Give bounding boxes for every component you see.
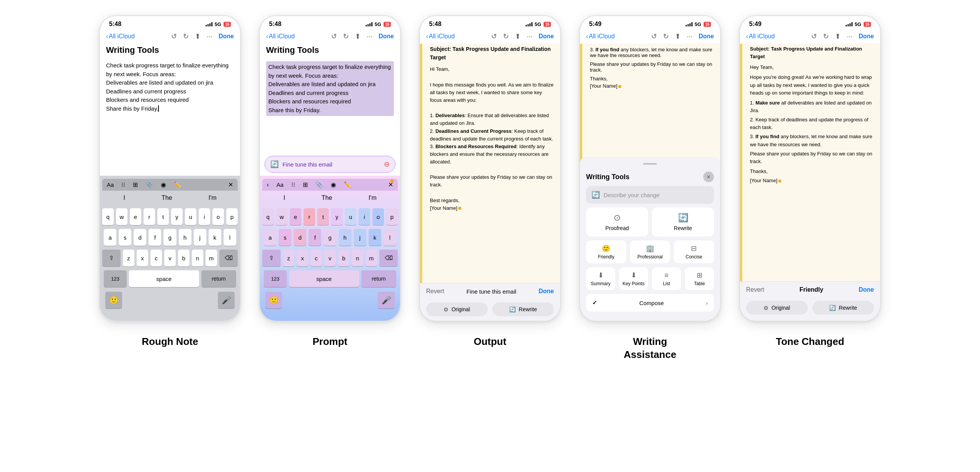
nav-back-label-5[interactable]: All iCloud (749, 33, 775, 40)
share-icon-3[interactable]: ⬆ (515, 32, 521, 41)
key-space[interactable]: space (129, 270, 199, 287)
nav-done-4[interactable]: Done (699, 33, 714, 40)
key-x[interactable]: x (137, 250, 148, 266)
redo-icon-1[interactable]: ↻ (183, 32, 189, 41)
share-icon-1[interactable]: ⬆ (195, 32, 201, 41)
share-icon-4[interactable]: ⬆ (675, 32, 681, 41)
table-icon[interactable]: ⊞ (133, 181, 138, 188)
gkey-s[interactable]: s (279, 229, 291, 246)
key-return[interactable]: return (201, 270, 236, 287)
undo-icon-1[interactable]: ↺ (171, 32, 177, 41)
gkey-q[interactable]: q (262, 208, 274, 225)
nav-back-label-4[interactable]: All iCloud (589, 33, 615, 40)
emoji-key-1[interactable]: 🙂 (105, 292, 122, 309)
gkey-m[interactable]: m (366, 250, 377, 266)
rewrite-btn-4[interactable]: 🔄 Rewrite (652, 207, 714, 237)
close-keyboard-icon[interactable]: ✕ (228, 181, 233, 188)
gkey-r[interactable]: r (304, 208, 315, 225)
gkey-f[interactable]: f (309, 229, 321, 246)
nav-done-2[interactable]: Done (379, 33, 394, 40)
nav-back-label-3[interactable]: All iCloud (429, 33, 455, 40)
gkey-v[interactable]: v (324, 250, 336, 266)
gkey-n[interactable]: n (352, 250, 363, 266)
suggest-g2[interactable]: The (317, 193, 337, 203)
gkey-d[interactable]: d (294, 229, 306, 246)
gkey-j[interactable]: j (354, 229, 366, 246)
more-icon-3[interactable]: ··· (527, 33, 532, 41)
pen-icon-2[interactable]: ✏️ (344, 181, 351, 188)
key-o[interactable]: o (212, 208, 224, 225)
more-icon-4[interactable]: ··· (687, 33, 693, 41)
mic-key-1[interactable]: 🎤 (218, 292, 235, 309)
key-points-btn-4[interactable]: ⬇ Key Points (619, 267, 648, 290)
gkey-h[interactable]: h (339, 229, 351, 246)
suggest-g1[interactable]: I (279, 193, 290, 203)
gkey-return[interactable]: return (361, 270, 396, 287)
nav-done-3[interactable]: Done (539, 33, 554, 40)
table-btn-4[interactable]: ⊞ Table (685, 267, 714, 290)
gkey-o[interactable]: o (372, 208, 384, 225)
gkey-space[interactable]: space (289, 270, 359, 287)
revert-btn-3[interactable]: Revert (426, 288, 444, 295)
undo-icon-2[interactable]: ↺ (331, 32, 337, 41)
gkey-z[interactable]: z (283, 250, 294, 266)
suggest-1[interactable]: I (119, 193, 130, 203)
key-m[interactable]: m (206, 250, 217, 266)
gkey-w[interactable]: w (276, 208, 287, 225)
gkey-g[interactable]: g (323, 229, 336, 246)
share-icon-5[interactable]: ⬆ (835, 32, 841, 41)
key-g[interactable]: g (163, 229, 176, 246)
gkey-i[interactable]: i (359, 208, 370, 225)
prompt-clear-2[interactable]: ⊖ (384, 160, 390, 168)
font-icon-2[interactable]: Aa (276, 181, 283, 188)
original-btn-5[interactable]: ⊙ Original (746, 301, 808, 315)
gkey-p[interactable]: p (386, 208, 398, 225)
key-n[interactable]: n (192, 250, 203, 266)
key-i[interactable]: i (199, 208, 210, 225)
gkey-t[interactable]: t (317, 208, 329, 225)
key-l[interactable]: l (224, 229, 236, 246)
nav-back-3[interactable]: ‹ All iCloud (426, 33, 455, 40)
prompt-bar-2[interactable]: 🔄 Fine tune this email ⊖ (265, 156, 395, 173)
gkey-l[interactable]: l (384, 229, 396, 246)
nav-done-5[interactable]: Done (859, 33, 874, 40)
nav-back-5[interactable]: ‹ All iCloud (746, 33, 775, 40)
concise-btn-4[interactable]: ⊟ Concise (674, 240, 714, 263)
redo-icon-5[interactable]: ↻ (823, 32, 829, 41)
key-j[interactable]: j (194, 229, 206, 246)
key-r[interactable]: r (144, 208, 155, 225)
done-btn-5[interactable]: Done (859, 286, 874, 293)
nav-back-label-2[interactable]: All iCloud (269, 33, 295, 40)
redo-icon-4[interactable]: ↻ (663, 32, 669, 41)
rewrite-btn-3[interactable]: 🔄 Rewrite (492, 302, 554, 316)
attach-icon[interactable]: 📎 (145, 181, 153, 188)
undo-icon-5[interactable]: ↺ (811, 32, 817, 41)
gkey-backspace[interactable]: ⌫ (379, 250, 398, 266)
key-k[interactable]: k (209, 229, 221, 246)
key-q[interactable]: q (102, 208, 114, 225)
key-123[interactable]: 123 (104, 270, 127, 287)
gkey-a[interactable]: a (264, 229, 276, 246)
describe-input-4[interactable]: 🔄 Describe your change (586, 186, 714, 204)
proofread-btn-4[interactable]: ⊙ Proofread (586, 207, 648, 237)
gkey-shift[interactable]: ⇧ (262, 250, 281, 266)
panel-close-4[interactable]: ✕ (703, 171, 714, 182)
table-icon-2[interactable]: ⊞ (303, 181, 308, 188)
circle-icon[interactable]: ◉ (161, 181, 166, 188)
key-backspace[interactable]: ⌫ (219, 250, 238, 266)
share-icon-2[interactable]: ⬆ (355, 32, 361, 41)
undo-icon-3[interactable]: ↺ (491, 32, 497, 41)
format-icon[interactable]: ⁝⁝ (121, 181, 125, 188)
list-btn-4[interactable]: ≡ List (652, 267, 681, 290)
key-f[interactable]: f (149, 229, 161, 246)
key-u[interactable]: u (185, 208, 196, 225)
original-btn-3[interactable]: ⊙ Original (426, 302, 488, 316)
suggest-2[interactable]: The (157, 193, 177, 203)
nav-back-4[interactable]: ‹ All iCloud (586, 33, 615, 40)
redo-icon-3[interactable]: ↻ (503, 32, 509, 41)
redo-icon-2[interactable]: ↻ (343, 32, 349, 41)
key-e[interactable]: e (130, 208, 141, 225)
nav-back-1[interactable]: ‹ All iCloud (106, 33, 135, 40)
gkey-c[interactable]: c (310, 250, 322, 266)
mic-key-2[interactable]: 🎤 (378, 292, 395, 309)
